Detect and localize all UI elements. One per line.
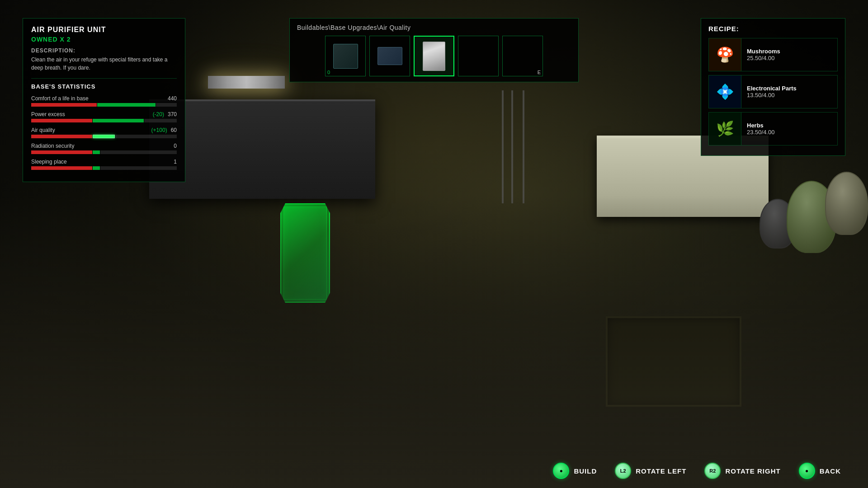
recipe-item-name: Electronical Parts [747,85,797,92]
garden-box [606,316,741,407]
recipe-item-name: Mushrooms [747,48,780,55]
item-slots: 0E [297,36,571,76]
owned-label: OWNED X 2 [31,36,177,43]
bottom-bar: ●BUILDL2ROTATE LEFTR2ROTATE RIGHT●BACK [0,463,868,479]
action-label: ROTATE LEFT [636,467,686,475]
stat-bar [31,135,177,138]
item-slot-2[interactable] [414,36,454,76]
stat-row: Sleeping place1 [31,159,177,170]
stat-name: Power excess [31,111,65,117]
action-button[interactable]: R2 [704,463,721,479]
stats-title: BASE'S STATISTICS [31,78,177,90]
top-panel: Buildables\Base Upgrades\Air Quality 0E [289,18,579,82]
slot-label-left: 0 [327,70,330,75]
recipe-item: 🌿Herbs23.50/4.00 [708,112,838,145]
action-button[interactable]: L2 [615,463,631,479]
ceiling-lamp [208,76,285,89]
stat-value: 1 [174,159,177,165]
mushroom-icon: 🍄 [709,38,741,71]
description-text: Clean the air in your refuge with specia… [31,56,177,72]
stat-row: Radiation security0 [31,143,177,154]
ghost-placement-item [280,203,330,303]
recipe-item-count: 13.50/4.00 [747,92,797,99]
action-label: ROTATE RIGHT [725,467,780,475]
stat-row: Power excess(-20)370 [31,111,177,122]
recipe-item: 🍄Mushrooms25.50/4.00 [708,38,838,71]
breadcrumb: Buildables\Base Upgrades\Air Quality [297,24,571,31]
item-slot-3[interactable] [458,36,499,76]
recipe-item: 💠Electronical Parts13.50/4.00 [708,75,838,108]
stat-modifier: (+100) [151,127,167,133]
item-slot-0[interactable]: 0 [325,36,366,76]
recipe-item-name: Herbs [747,122,774,129]
action-label: BACK [820,467,841,475]
circuit-icon: 💠 [709,75,741,108]
stat-value: 370 [168,111,177,117]
description-label: DESCRIPTION: [31,47,177,54]
ladder [502,90,524,203]
recipe-title: RECIPE: [708,25,838,33]
stat-bar [31,103,177,107]
action-label: BUILD [574,467,597,475]
item-title: AIR PURIFIER UNIT [31,26,177,34]
bottom-action[interactable]: L2ROTATE LEFT [615,463,686,479]
stat-value: 0 [174,143,177,149]
herb-icon: 🌿 [709,113,741,145]
stat-name: Sleeping place [31,159,67,165]
item-slot-4[interactable]: E [502,36,543,76]
stat-name: Radiation security [31,143,74,149]
action-button[interactable]: ● [799,463,815,479]
barrel-1 [760,199,796,249]
stats-container: Comfort of a life in base440Power excess… [31,95,177,170]
stat-value: 440 [168,95,177,102]
stat-row: Air quality(+100)60 [31,127,177,138]
stat-bar [31,166,177,170]
bottom-action[interactable]: ●BACK [799,463,841,479]
left-panel: AIR PURIFIER UNIT OWNED X 2 DESCRIPTION:… [23,18,185,182]
action-button[interactable]: ● [553,463,569,479]
stat-row: Comfort of a life in base440 [31,95,177,107]
recipe-items-container: 🍄Mushrooms25.50/4.00💠Electronical Parts1… [708,38,838,145]
bottom-action[interactable]: ●BUILD [553,463,597,479]
item-slot-1[interactable] [369,36,410,76]
bottom-action[interactable]: R2ROTATE RIGHT [704,463,780,479]
stat-name: Comfort of a life in base [31,95,89,102]
barrel-3 [825,172,868,235]
stat-value: 60 [171,127,177,133]
stat-name: Air quality [31,127,55,133]
recipe-panel: RECIPE: 🍄Mushrooms25.50/4.00💠Electronica… [701,18,845,156]
slot-label-right: E [538,70,541,75]
recipe-item-count: 23.50/4.00 [747,129,774,136]
stat-bar [31,119,177,122]
stat-modifier: (-20) [153,111,164,117]
stat-bar [31,150,177,154]
recipe-item-count: 25.50/4.00 [747,55,780,61]
